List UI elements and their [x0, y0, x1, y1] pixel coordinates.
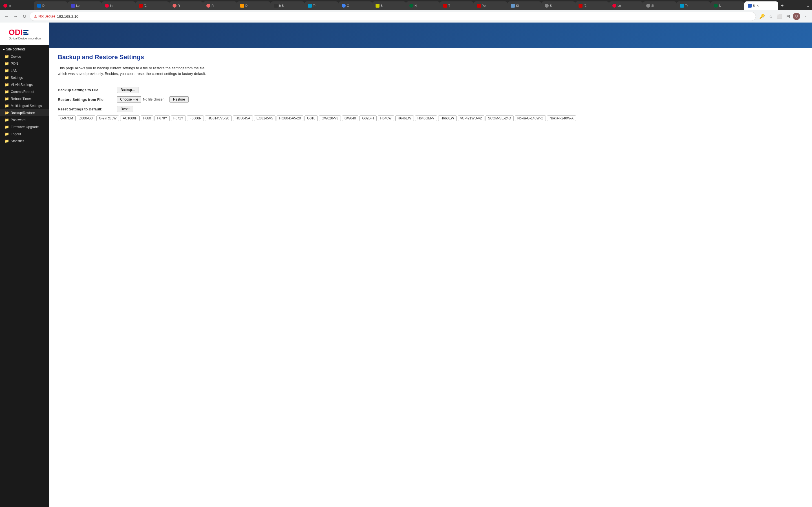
reload-button[interactable]: ↻ [21, 13, 28, 20]
model-tag: Nokia-G-140W-G [515, 115, 546, 121]
sidebar-item-backup-restore[interactable]: 📂 Backup/Restore [0, 109, 49, 116]
split-screen-icon[interactable]: ⊟ [785, 13, 791, 20]
tab-22[interactable]: N [711, 1, 744, 10]
forward-button[interactable]: → [12, 13, 19, 20]
divider [58, 81, 804, 81]
star-icon[interactable]: ☆ [768, 13, 774, 20]
tab-10[interactable]: Tr [305, 1, 338, 10]
tab-2[interactable]: D [34, 1, 68, 10]
address-field[interactable]: ⚠ Not Secure 192.168.2.10 [30, 12, 756, 21]
tabs-overflow-button[interactable]: ⌄ [804, 3, 812, 8]
site-contents-header: Site contents: [0, 45, 49, 53]
model-tag: HG8045A [233, 115, 253, 121]
extensions-icon[interactable]: ⬜ [776, 13, 783, 20]
tab-1[interactable]: In [0, 1, 34, 10]
tab-9[interactable]: b B [271, 1, 305, 10]
tab-13[interactable]: N [406, 1, 440, 10]
sidebar-item-multilingual[interactable]: 📁 Multi-lingual Settings [0, 102, 49, 109]
url-display: 192.168.2.10 [57, 14, 79, 18]
model-tag: HG8145V5-20 [205, 115, 232, 121]
sidebar-item-logout[interactable]: 📁 Logout [0, 130, 49, 137]
page-description: This page allows you to backup current s… [58, 65, 804, 76]
tab-bar: In D Lo In (2 R R D [0, 0, 812, 10]
tab-12[interactable]: B [372, 1, 406, 10]
file-name-display: No file chosen [143, 98, 164, 101]
profile-avatar[interactable]: U [793, 13, 800, 20]
tab-20[interactable]: Si [643, 1, 677, 10]
restore-button[interactable]: Restore [169, 96, 189, 103]
backup-label: Backup Settings to File: [58, 88, 114, 92]
logo-book-icon [23, 30, 29, 35]
folder-icon: 📁 [4, 139, 9, 143]
tab-6[interactable]: R [169, 1, 203, 10]
tab-17[interactable]: Si [541, 1, 575, 10]
model-tag: GW020-V3 [319, 115, 341, 121]
tab-21[interactable]: Tr [677, 1, 711, 10]
main-content: Backup and Restore Settings This page al… [49, 22, 812, 507]
backup-button[interactable]: Backup... [117, 87, 139, 93]
folder-icon: 📁 [4, 82, 9, 87]
sidebar-item-lan[interactable]: 📁 LAN [0, 67, 49, 74]
tab-15[interactable]: Yo [474, 1, 507, 10]
content-body: Backup and Restore Settings This page al… [49, 48, 812, 127]
model-tags-container: G-97CMZ000-G3G-97RG6WAC1000FF660F670YF67… [58, 115, 804, 121]
folder-icon: 📁 [4, 90, 9, 94]
tab-3[interactable]: Lo [68, 1, 101, 10]
model-tag: G-97CM [58, 115, 75, 121]
not-secure-indicator: ⚠ Not Secure [34, 14, 55, 18]
logo-subtitle: Optical Device Innovation [9, 37, 41, 40]
sidebar-item-commit-reboot[interactable]: 📁 Commit/Reboot [0, 88, 49, 95]
key-icon[interactable]: 🔑 [758, 13, 766, 20]
tab-11[interactable]: G [338, 1, 372, 10]
choose-file-button[interactable]: Choose File [117, 96, 141, 103]
model-tag: F6600P [187, 115, 204, 121]
sidebar-item-firmware[interactable]: 📁 Firmware Upgrade [0, 123, 49, 130]
folder-icon: 📁 [4, 61, 9, 66]
not-secure-label: Not Secure [38, 14, 55, 18]
sidebar-item-pon[interactable]: 📁 PON [0, 60, 49, 67]
sidebar-item-vlan[interactable]: 📁 VLAN Settings [0, 81, 49, 88]
file-input-wrapper: Choose File No file chosen [117, 96, 164, 103]
reset-button[interactable]: Reset [117, 106, 133, 112]
new-tab-button[interactable]: + [779, 3, 785, 8]
model-tag: F671Y [171, 115, 186, 121]
model-tag: H646EW [395, 115, 414, 121]
folder-icon: 📁 [4, 125, 9, 129]
page-title: Backup and Restore Settings [58, 54, 804, 61]
tab-23-active[interactable]: B ✕ [744, 1, 778, 10]
tab-close-icon[interactable]: ✕ [756, 4, 759, 8]
folder-icon: 📁 [4, 104, 9, 108]
model-tag: H646GM-V [415, 115, 437, 121]
tab-4[interactable]: In [101, 1, 135, 10]
folder-icon: 📁 [4, 68, 9, 73]
back-button[interactable]: ← [3, 13, 10, 20]
tab-8[interactable]: D [237, 1, 271, 10]
model-tag: F670Y [154, 115, 169, 121]
tab-16[interactable]: Si [507, 1, 541, 10]
tab-7[interactable]: R [203, 1, 237, 10]
tab-19[interactable]: Lo [609, 1, 643, 10]
logo-area: ODI Optical Device Innovation [0, 22, 49, 45]
address-bar: ← → ↻ ⚠ Not Secure 192.168.2.10 🔑 ☆ ⬜ ⊟ … [0, 10, 812, 22]
folder-icon: 📁 [4, 132, 9, 136]
folder-icon: 📁 [4, 54, 9, 59]
folder-icon: 📁 [4, 97, 9, 101]
model-tag: HG8045A5-20 [276, 115, 303, 121]
folder-icon: 📁 [4, 75, 9, 80]
tab-18[interactable]: (2 [575, 1, 609, 10]
menu-icon[interactable]: ⋮ [802, 13, 809, 20]
sidebar-item-settings[interactable]: 📁 Settings [0, 74, 49, 81]
sidebar-item-device[interactable]: 📁 Device [0, 53, 49, 60]
sidebar-item-reboot-timer[interactable]: 📁 Reboot Timer [0, 95, 49, 102]
tab-5[interactable]: (2 [135, 1, 169, 10]
sidebar-item-password[interactable]: 📁 Password [0, 116, 49, 123]
model-tag: Z000-G3 [77, 115, 95, 121]
logo-text: ODI [9, 28, 23, 37]
model-tag: H640W [378, 115, 394, 121]
model-tag: G020-H [359, 115, 376, 121]
reset-row: Reset Settings to Default: Reset [58, 106, 804, 112]
sidebar-item-statistics[interactable]: 📁 Statistics [0, 137, 49, 145]
tab-14[interactable]: T [440, 1, 474, 10]
restore-row: Restore Settings from File: Choose File … [58, 96, 804, 103]
reset-label: Reset Settings to Default: [58, 107, 114, 111]
